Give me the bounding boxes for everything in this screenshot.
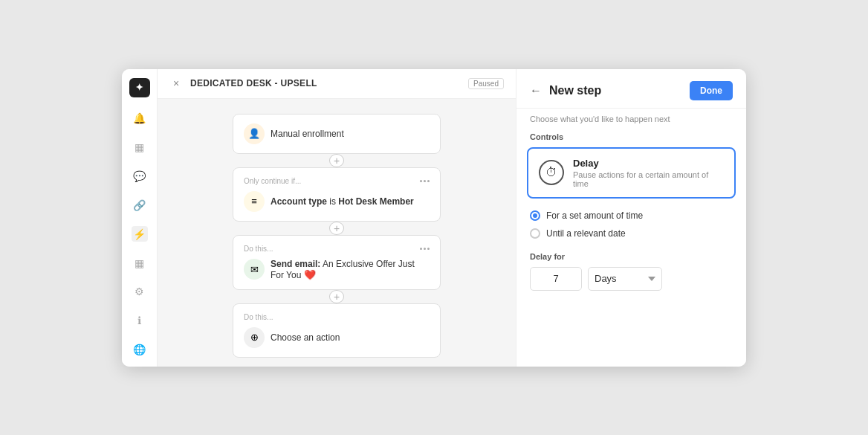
back-arrow-button[interactable]: ← — [530, 84, 542, 97]
add-button-1[interactable]: + — [329, 154, 344, 167]
delay-icon: ⏱ — [539, 160, 564, 185]
step-card-manual-enrollment[interactable]: 👤 Manual enrollment — [233, 114, 441, 154]
main-container: ✦ 🔔 ▦ 💬 🔗 ⚡ ▦ ⚙ ℹ 🌐 × DEDICATED DESK - U… — [122, 69, 746, 367]
send-email-label: Send email: — [271, 259, 320, 269]
sidebar-item-apps[interactable]: ▦ — [132, 255, 148, 271]
card-header-label-email: Do this... — [244, 245, 273, 253]
sidebar-item-integrations[interactable]: 🔗 — [132, 198, 148, 213]
workflow-body: 👤 Manual enrollment + Only continue if..… — [158, 99, 516, 367]
step-icon-enrollment: 👤 — [244, 123, 265, 144]
delay-description: Pause actions for a certain amount of ti… — [573, 170, 724, 188]
card-dots-condition[interactable] — [420, 180, 430, 182]
step-icon-email: ✉ — [244, 259, 265, 280]
panel-subtitle: Choose what you'd like to happen next — [516, 109, 746, 132]
delay-inputs: Days Minutes Hours Weeks — [530, 267, 733, 291]
card-header-condition: Only continue if... — [244, 177, 430, 185]
radio-set-amount-input[interactable] — [530, 210, 540, 221]
sidebar-item-info[interactable]: ℹ — [132, 313, 148, 329]
step-icon-choose: ⊕ — [244, 327, 265, 348]
controls-label: Controls — [516, 132, 746, 147]
status-badge: Paused — [468, 78, 504, 89]
card-header-label: Only continue if... — [244, 177, 301, 185]
top-bar: × DEDICATED DESK - UPSELL Paused — [158, 69, 516, 99]
sidebar-item-global[interactable]: 🌐 — [132, 342, 148, 358]
done-button[interactable]: Done — [690, 81, 733, 100]
step-label-enrollment: Manual enrollment — [271, 129, 344, 139]
card-dots-email[interactable] — [420, 248, 430, 250]
content-area: × DEDICATED DESK - UPSELL Paused 👤 Manua… — [158, 69, 516, 367]
sidebar-logo: ✦ — [129, 78, 150, 98]
radio-relevant-date-label: Until a relevant date — [546, 228, 626, 239]
delay-title: Delay — [573, 158, 724, 169]
delay-for-label: Delay for — [530, 252, 733, 261]
sidebar-item-automation[interactable]: ⚡ — [132, 226, 148, 242]
delay-info: Delay Pause actions for a certain amount… — [573, 158, 724, 188]
step-label-email: Send email: An Exclusive Offer Just For … — [271, 259, 430, 280]
step-icon-condition: ≡ — [244, 191, 265, 212]
card-header-label-choose: Do this... — [244, 313, 273, 321]
delay-for-section: Delay for Days Minutes Hours Weeks — [516, 246, 746, 303]
radio-relevant-date-input[interactable] — [530, 228, 540, 239]
add-button-3[interactable]: + — [329, 290, 344, 303]
radio-set-amount[interactable]: For a set amount of time — [530, 210, 733, 221]
step-card-send-email[interactable]: Do this... ✉ Send email: An Exclusive Of… — [233, 235, 441, 290]
radio-group: For a set amount of time Until a relevan… — [516, 199, 746, 246]
step-label-choose: Choose an action — [271, 332, 340, 343]
right-panel: ← New step Done Choose what you'd like t… — [516, 69, 746, 367]
condition-account-type: Account type — [271, 196, 327, 207]
card-header-send-email: Do this... — [244, 245, 430, 253]
close-button[interactable]: × — [169, 77, 183, 90]
sidebar: ✦ 🔔 ▦ 💬 🔗 ⚡ ▦ ⚙ ℹ 🌐 — [122, 69, 158, 367]
condition-value: Hot Desk Member — [338, 196, 413, 207]
add-button-2[interactable]: + — [329, 222, 344, 235]
sidebar-item-messages[interactable]: 💬 — [132, 169, 148, 184]
radio-set-amount-label: For a set amount of time — [546, 210, 643, 221]
radio-relevant-date[interactable]: Until a relevant date — [530, 228, 733, 239]
delay-unit-select[interactable]: Days Minutes Hours Weeks — [588, 267, 662, 291]
panel-header: ← New step Done — [516, 69, 746, 109]
email-emoji: ❤️ — [304, 269, 316, 280]
card-header-choose: Do this... — [244, 313, 430, 321]
sidebar-item-settings[interactable]: ⚙ — [132, 284, 148, 300]
sidebar-item-notifications[interactable]: 🔔 — [132, 111, 148, 126]
panel-title: New step — [549, 84, 682, 97]
step-card-condition[interactable]: Only continue if... ≡ Account type is Ho… — [233, 167, 441, 222]
sidebar-item-grid[interactable]: ▦ — [132, 140, 148, 155]
step-card-choose-action[interactable]: Do this... ⊕ Choose an action — [233, 303, 441, 358]
step-label-condition: Account type is Hot Desk Member — [271, 196, 414, 207]
workflow-title: DEDICATED DESK - UPSELL — [190, 78, 317, 88]
delay-number-input[interactable] — [530, 267, 582, 291]
delay-option-card[interactable]: ⏱ Delay Pause actions for a certain amou… — [527, 147, 736, 199]
